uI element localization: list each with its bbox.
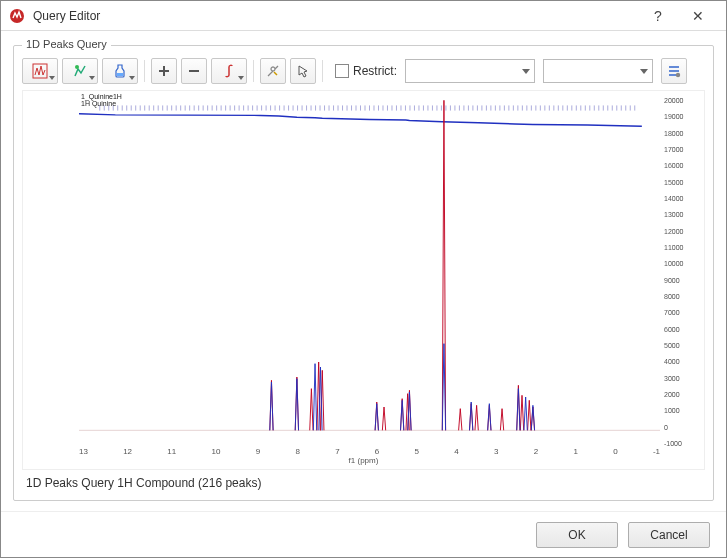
cancel-button[interactable]: Cancel bbox=[628, 522, 710, 548]
restrict-combo-2[interactable] bbox=[543, 59, 653, 83]
integral-button[interactable] bbox=[211, 58, 247, 84]
groupbox-label: 1D Peaks Query bbox=[22, 38, 111, 50]
tools-icon bbox=[265, 63, 281, 79]
spectrum-mode-button[interactable] bbox=[22, 58, 58, 84]
minus-icon bbox=[186, 63, 202, 79]
bottle-icon bbox=[112, 63, 128, 79]
svg-point-4 bbox=[676, 73, 680, 77]
list-button[interactable] bbox=[661, 58, 687, 84]
toolbar-separator bbox=[144, 60, 145, 82]
tools-button[interactable] bbox=[260, 58, 286, 84]
titlebar: Query Editor ? ✕ bbox=[1, 1, 726, 31]
spectrum-icon bbox=[32, 63, 48, 79]
list-icon bbox=[666, 63, 682, 79]
restrict-combo-1[interactable] bbox=[405, 59, 535, 83]
status-line: 1D Peaks Query 1H Compound (216 peaks) bbox=[22, 470, 705, 492]
plot-area bbox=[79, 97, 660, 447]
restrict-label: Restrict: bbox=[353, 64, 397, 78]
x-axis-label: f1 (ppm) bbox=[349, 456, 379, 465]
integral-icon bbox=[221, 63, 237, 79]
ok-button[interactable]: OK bbox=[536, 522, 618, 548]
query-editor-window: Query Editor ? ✕ 1D Peaks Query bbox=[0, 0, 727, 558]
svg-point-2 bbox=[75, 65, 79, 69]
content-area: 1D Peaks Query bbox=[1, 31, 726, 511]
bottle-button[interactable] bbox=[102, 58, 138, 84]
toolbar-separator bbox=[253, 60, 254, 82]
remove-button[interactable] bbox=[181, 58, 207, 84]
analyze-icon bbox=[72, 63, 88, 79]
chevron-down-icon bbox=[522, 69, 530, 74]
cursor-button[interactable] bbox=[290, 58, 316, 84]
chevron-down-icon bbox=[640, 69, 648, 74]
plus-icon bbox=[156, 63, 172, 79]
restrict-checkbox[interactable] bbox=[335, 64, 349, 78]
svg-rect-3 bbox=[117, 73, 123, 76]
add-button[interactable] bbox=[151, 58, 177, 84]
cursor-icon bbox=[295, 63, 311, 79]
spectrum-plot[interactable]: 1_Quinine1H 1H Quinine 20000190001800017… bbox=[22, 90, 705, 470]
toolbar: Restrict: bbox=[22, 56, 705, 90]
app-logo-icon bbox=[9, 8, 25, 24]
window-title: Query Editor bbox=[33, 9, 638, 23]
analyze-button[interactable] bbox=[62, 58, 98, 84]
help-button[interactable]: ? bbox=[638, 2, 678, 30]
footer: OK Cancel bbox=[1, 511, 726, 557]
peaks-query-groupbox: 1D Peaks Query bbox=[13, 45, 714, 501]
toolbar-separator bbox=[322, 60, 323, 82]
y-axis: 2000019000180001700016000150001400013000… bbox=[664, 97, 700, 447]
close-button[interactable]: ✕ bbox=[678, 2, 718, 30]
